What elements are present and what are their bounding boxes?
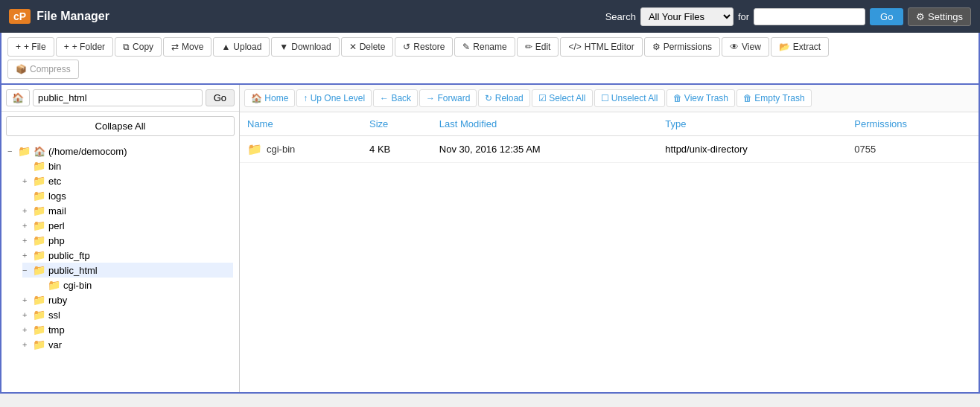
main-area: 🏠 Go Collapse All − 📁 🏠 (/home/democom) … [0,85,980,394]
for-label: for [738,11,749,22]
view-trash-button[interactable]: 🗑 View Trash [666,89,735,107]
restore-button[interactable]: ↺ Restore [395,37,453,57]
forward-button[interactable]: → Forward [419,89,477,107]
tree-label-bin: bin [48,161,61,172]
delete-button[interactable]: ✕ Delete [341,37,394,57]
back-button[interactable]: ← Back [373,89,418,107]
tree-label-public-ftp: public_ftp [48,250,90,261]
tree-item-php[interactable]: + 📁 php [22,233,233,248]
tree-item-public-ftp[interactable]: + 📁 public_ftp [22,248,233,263]
collapse-all-button[interactable]: Collapse All [6,116,235,136]
path-go-button[interactable]: Go [206,89,235,106]
new-folder-button[interactable]: + + Folder [56,37,113,57]
table-row[interactable]: 📁 cgi-bin 4 KB Nov 30, 2016 12:35 AM htt… [240,136,979,163]
rename-button[interactable]: ✎ Rename [454,37,515,57]
permissions-icon: ⚙ [652,42,661,52]
file-toolbar: 🏠 Home ↑ Up One Level ← Back → Forward ↻… [240,85,979,112]
file-name-cell: 📁 cgi-bin [247,142,354,156]
file-table-area: Name Size Last Modified Type Permissions… [240,112,979,392]
extract-button[interactable]: 📂 Extract [771,37,829,57]
search-input[interactable] [754,8,865,25]
upload-button[interactable]: ▲ Upload [213,37,270,57]
cgi-bin-folder-icon: 📁 [48,279,60,291]
tree-item-var[interactable]: + 📁 var [22,337,233,352]
compress-button[interactable]: 📦 Compress [7,60,79,79]
tree-item-tmp[interactable]: + 📁 tmp [22,322,233,337]
ruby-folder-icon: 📁 [33,294,45,306]
app-title-text: File Manager [36,10,109,23]
permissions-button[interactable]: ⚙ Permissions [644,37,720,57]
tree-item-mail[interactable]: + 📁 mail [22,203,233,218]
tree-item-ssl[interactable]: + 📁 ssl [22,307,233,322]
up-one-level-button[interactable]: ↑ Up One Level [296,89,372,107]
edit-button[interactable]: ✏ Edit [517,37,559,57]
tree-label-home: (/home/democom) [48,146,127,157]
tree-label-public-html: public_html [48,265,98,276]
tree-label-cgi-bin: cgi-bin [63,280,92,291]
edit-icon: ✏ [525,42,532,52]
html-editor-button[interactable]: </> HTML Editor [560,37,642,57]
file-table: Name Size Last Modified Type Permissions… [240,112,979,163]
col-last-modified[interactable]: Last Modified [432,112,658,136]
download-button[interactable]: ▼ Download [271,37,339,57]
col-size[interactable]: Size [362,112,432,136]
copy-icon: ⧉ [123,42,130,52]
search-go-button[interactable]: Go [870,8,903,25]
copy-button[interactable]: ⧉ Copy [115,37,162,57]
download-icon: ▼ [279,42,288,52]
settings-button[interactable]: ⚙ Settings [908,7,971,26]
unselect-all-button[interactable]: ☐ Unselect All [594,89,665,107]
tree-item-perl[interactable]: + 📁 perl [22,218,233,233]
tree-item-logs[interactable]: 📁 logs [22,188,233,203]
logs-folder-icon: 📁 [33,190,45,202]
home-button[interactable]: 🏠 Home [244,89,295,107]
file-name: cgi-bin [267,144,295,155]
tree-label-perl: perl [48,220,65,231]
view-button[interactable]: 👁 View [722,37,769,57]
tree-item-home[interactable]: − 📁 🏠 (/home/democom) [7,144,233,158]
public-html-folder-icon: 📁 [33,264,45,276]
php-folder-icon: 📁 [33,234,45,246]
reload-button[interactable]: ↻ Reload [478,89,529,107]
tree-label-php: php [48,235,65,246]
delete-icon: ✕ [349,42,357,52]
main-toolbar: + + File + + Folder ⧉ Copy ⇄ Move ▲ Uplo… [0,33,980,85]
tree-item-etc[interactable]: + 📁 etc [22,173,233,188]
search-type-select[interactable]: All Your Files Public HTML Home Director… [640,7,734,26]
top-header: cP File Manager Search All Your Files Pu… [0,0,980,33]
path-bar: 🏠 Go [1,85,239,112]
empty-trash-button[interactable]: 🗑 Empty Trash [736,89,812,107]
col-type[interactable]: Type [658,112,847,136]
tree-label-logs: logs [48,190,66,202]
tree-toggle-home[interactable]: − [7,147,18,156]
tree-item-bin[interactable]: 📁 bin [22,158,233,173]
tree-item-cgi-bin[interactable]: 📁 cgi-bin [37,278,233,292]
select-all-button[interactable]: ☑ Select All [532,89,593,107]
home-icon: 🏠 [34,146,45,157]
new-file-button[interactable]: + + File [7,37,54,57]
html-editor-icon: </> [568,42,581,52]
compress-icon: 📦 [16,64,27,74]
plus-folder-icon: + [64,42,69,52]
tree-label-mail: mail [48,205,66,217]
tmp-folder-icon: 📁 [33,324,45,336]
etc-folder-icon: 📁 [33,175,45,187]
tree-item-ruby[interactable]: + 📁 ruby [22,292,233,307]
extract-icon: 📂 [779,42,790,52]
left-panel: 🏠 Go Collapse All − 📁 🏠 (/home/democom) … [1,85,240,392]
col-permissions[interactable]: Permissions [847,112,979,136]
app-title: cP File Manager [9,9,109,24]
tree-children-home: 📁 bin + 📁 etc 📁 logs + 📁 mail [7,158,233,352]
restore-icon: ↺ [403,42,410,52]
file-size: 4 KB [362,136,432,163]
col-name[interactable]: Name [240,112,362,136]
path-home-button[interactable]: 🏠 [6,89,30,106]
plus-file-icon: + [16,42,21,52]
file-tree: − 📁 🏠 (/home/democom) 📁 bin + 📁 etc [1,141,239,392]
path-input[interactable] [33,89,203,106]
perl-folder-icon: 📁 [33,219,45,231]
move-button[interactable]: ⇄ Move [163,37,211,57]
search-area: Search All Your Files Public HTML Home D… [605,7,971,26]
tree-item-public-html[interactable]: − 📁 public_html [22,263,233,278]
upload-icon: ▲ [221,42,230,52]
